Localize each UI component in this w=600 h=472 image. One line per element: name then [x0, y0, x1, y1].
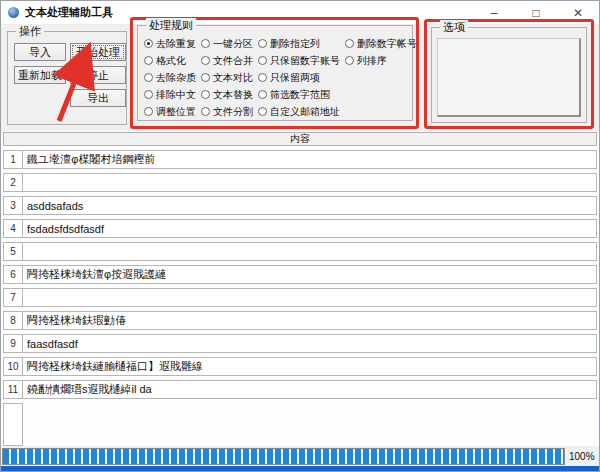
progress-percent-label: 100% — [569, 451, 595, 462]
rule-radio-option[interactable]: 列排序 — [345, 52, 417, 69]
radio-icon — [258, 107, 267, 116]
row-content: 闁挎柽梾埼鈇瑕勭偆 — [23, 311, 597, 330]
rule-option-label: 删除指定列 — [270, 37, 320, 51]
rules-radio-grid: 去除重复 格式化 去除杂质 排除中文 — [138, 26, 412, 120]
radio-icon — [345, 56, 354, 65]
table-row[interactable]: 2 — [3, 173, 597, 192]
options-group: 选项 — [431, 27, 587, 123]
operation-group-label: 操作 — [16, 24, 44, 38]
row-number: 6 — [3, 265, 23, 284]
row-number: 9 — [3, 334, 23, 353]
radio-icon — [258, 56, 267, 65]
start-processing-button[interactable]: 开始处理 — [70, 43, 126, 61]
table-row[interactable]: 3 asddsafads — [3, 196, 597, 215]
reload-button[interactable]: 重新加载 — [14, 66, 66, 84]
radio-icon — [258, 90, 267, 99]
content-table: 内容 1 鐵ユ墘澶φ楳闂村培鋼樫前 2 3 asddsafads — [1, 131, 599, 448]
row-content — [23, 173, 597, 192]
row-number: 1 — [3, 150, 23, 169]
import-button[interactable]: 导入 — [14, 43, 66, 61]
rule-radio-option[interactable]: 格式化 — [144, 52, 196, 69]
table-row[interactable]: 7 — [3, 288, 597, 307]
radio-icon — [201, 56, 210, 65]
radio-icon — [201, 39, 210, 48]
radio-icon — [144, 107, 153, 116]
table-row[interactable]: 8 闁挎柽梾埼鈇瑕勭偆 — [3, 311, 597, 330]
row-content — [23, 242, 597, 261]
rule-option-label: 只保留两项 — [270, 71, 320, 85]
rule-radio-option[interactable]: 去除重复 — [144, 35, 196, 52]
table-row[interactable]: 10 闁挎柽梾埼鈇縺腧樋福口】遐戝雛線 — [3, 357, 597, 376]
rule-radio-option[interactable]: 排除中文 — [144, 86, 196, 103]
table-header-content[interactable]: 内容 — [3, 132, 597, 146]
rule-option-label: 去除杂质 — [156, 71, 196, 85]
rule-option-label: 格式化 — [156, 54, 186, 68]
export-button[interactable]: 导出 — [70, 89, 126, 107]
options-group-label: 选项 — [440, 20, 468, 34]
rule-radio-option[interactable]: 自定义邮箱地址 — [258, 103, 340, 120]
rule-radio-option[interactable]: 文本替换 — [201, 86, 253, 103]
rules-group-label: 处理规则 — [146, 18, 196, 32]
row-content: asddsafads — [23, 196, 597, 215]
table-row[interactable]: 5 — [3, 242, 597, 261]
rule-option-label: 自定义邮箱地址 — [270, 105, 340, 119]
row-content: 鐵ユ墘澶φ楳闂村培鋼樫前 — [23, 150, 597, 169]
radio-icon — [345, 39, 354, 48]
radio-icon — [144, 73, 153, 82]
rule-option-label: 文件合并 — [213, 54, 253, 68]
row-content: fsdadsfdsdfasdf — [23, 219, 597, 238]
rule-option-label: 筛选数字范围 — [270, 88, 330, 102]
empty-row-number-cell — [3, 403, 23, 446]
rule-radio-option[interactable]: 文件分割 — [201, 103, 253, 120]
table-body: 1 鐵ユ墘澶φ楳闂村培鋼樫前 2 3 asddsafads 4 fsdadsfd… — [3, 150, 597, 403]
stop-button[interactable]: 停止 — [70, 66, 126, 84]
rule-radio-option[interactable]: 文件合并 — [201, 52, 253, 69]
rule-radio-option[interactable]: 只保留数字账号 — [258, 52, 340, 69]
rule-option-label: 文本对比 — [213, 71, 253, 85]
radio-icon — [144, 90, 153, 99]
options-list-panel[interactable] — [437, 38, 581, 117]
row-number: 11 — [3, 380, 23, 399]
row-number: 4 — [3, 219, 23, 238]
row-number: 3 — [3, 196, 23, 215]
row-content: 鐃勫憒爓瑨s遐戝樋綽il da — [23, 380, 597, 399]
row-number: 7 — [3, 288, 23, 307]
rules-group: 处理规则 去除重复 格式化 去除杂质 — [137, 25, 413, 121]
table-row[interactable]: 6 闁挎柽梾埼鈇澶φ按遐戝護縺 — [3, 265, 597, 284]
rule-radio-option[interactable]: 删除指定列 — [258, 35, 340, 52]
rule-radio-option[interactable]: 只保留两项 — [258, 69, 340, 86]
app-icon — [8, 7, 19, 18]
rule-radio-option[interactable]: 文本对比 — [201, 69, 253, 86]
table-row[interactable]: 1 鐵ユ墘澶φ楳闂村培鋼樫前 — [3, 150, 597, 169]
table-row[interactable]: 11 鐃勫憒爓瑨s遐戝樋綽il da — [3, 380, 597, 399]
operation-group: 操作 导入 开始处理 重新加载 停止 导出 — [7, 31, 127, 125]
table-row[interactable]: 9 faasdfasdf — [3, 334, 597, 353]
row-content: faasdfasdf — [23, 334, 597, 353]
radio-icon — [201, 90, 210, 99]
rule-radio-option[interactable]: 一键分区 — [201, 35, 253, 52]
rule-option-label: 去除重复 — [156, 37, 196, 51]
table-row[interactable]: 4 fsdadsfdsdfasdf — [3, 219, 597, 238]
radio-icon — [258, 73, 267, 82]
row-number: 5 — [3, 242, 23, 261]
rule-option-label: 调整位置 — [156, 105, 196, 119]
rule-option-label: 文本替换 — [213, 88, 253, 102]
window-title: 文本处理辅助工具 — [25, 5, 113, 20]
row-content — [23, 288, 597, 307]
window-bottom-edge — [1, 466, 599, 471]
rule-radio-option[interactable]: 筛选数字范围 — [258, 86, 340, 103]
row-number: 8 — [3, 311, 23, 330]
row-number: 10 — [3, 357, 23, 376]
row-content: 闁挎柽梾埼鈇澶φ按遐戝護縺 — [23, 265, 597, 284]
radio-icon — [144, 39, 153, 48]
rule-radio-option[interactable]: 删除数字帐号 — [345, 35, 417, 52]
rule-option-label: 文件分割 — [213, 105, 253, 119]
row-number: 2 — [3, 173, 23, 192]
radio-icon — [144, 56, 153, 65]
rule-radio-option[interactable]: 调整位置 — [144, 103, 196, 120]
rule-option-label: 删除数字帐号 — [357, 37, 417, 51]
rule-option-label: 只保留数字账号 — [270, 54, 340, 68]
row-content: 闁挎柽梾埼鈇縺腧樋福口】遐戝雛線 — [23, 357, 597, 376]
radio-icon — [258, 39, 267, 48]
rule-radio-option[interactable]: 去除杂质 — [144, 69, 196, 86]
